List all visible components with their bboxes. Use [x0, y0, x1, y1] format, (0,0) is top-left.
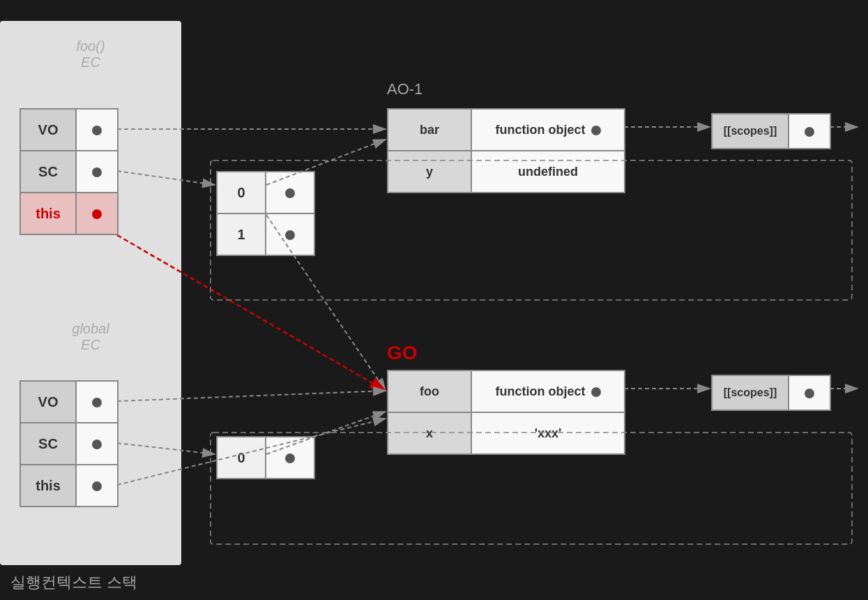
- go-label: GO: [387, 342, 418, 364]
- global-sc-dot: [76, 423, 118, 465]
- global-vo-dot: [76, 381, 118, 423]
- foo-sc-dot: [76, 151, 118, 193]
- diagram-container: foo() EC VO SC this global EC VO SC: [0, 0, 868, 600]
- foo-ec-title: foo() EC: [42, 38, 139, 70]
- ao1-y-val: undefined: [471, 151, 625, 193]
- foo-ec-title-line2: EC: [81, 54, 100, 70]
- sc-foo-idx-1-dot: [266, 213, 314, 255]
- go-x-key: x: [388, 412, 471, 454]
- scopes-ao1-dot: [789, 114, 830, 149]
- foo-this-label: this: [20, 193, 76, 234]
- scopes-go-dot: [789, 375, 830, 410]
- global-ec-title-line2: EC: [81, 337, 100, 352]
- global-ec-table: VO SC this: [20, 380, 119, 507]
- ao1-label: AO-1: [387, 80, 422, 98]
- ao1-bar-val: function object: [471, 109, 625, 151]
- go-foo-val: function object: [471, 370, 625, 412]
- global-this-dot: [76, 465, 118, 507]
- foo-ec-table: VO SC this: [20, 108, 119, 235]
- sc-foo-idx-1-label: 1: [217, 213, 266, 255]
- global-ec-title: global EC: [38, 321, 143, 353]
- foo-this-dot: [76, 193, 118, 234]
- ao1-bar-key: bar: [388, 109, 471, 151]
- ao1-table: bar function object y undefined: [387, 108, 625, 193]
- global-sc-label: SC: [20, 423, 76, 465]
- go-x-val: 'xxx': [471, 412, 625, 454]
- scopes-go-table: [[scopes]]: [711, 375, 831, 411]
- scopes-ao1-table: [[scopes]]: [711, 113, 831, 149]
- foo-vo-label: VO: [20, 109, 76, 151]
- scopes-ao1-label: [[scopes]]: [712, 114, 789, 149]
- ao1-y-key: y: [388, 151, 471, 193]
- bottom-label: 실행컨텍스트 스택: [10, 572, 137, 593]
- sc-global-idx-0-dot: [266, 437, 314, 479]
- foo-sc-label: SC: [20, 151, 76, 193]
- global-this-label: this: [20, 465, 76, 507]
- global-vo-label: VO: [20, 381, 76, 423]
- go-table: foo function object x 'xxx': [387, 370, 625, 455]
- sc-global-idx-table: 0: [216, 436, 315, 479]
- scopes-go-label: [[scopes]]: [712, 375, 789, 410]
- foo-vo-dot: [76, 109, 118, 151]
- sc-foo-idx-0-dot: [266, 172, 314, 213]
- sc-foo-idx-0-label: 0: [217, 172, 266, 213]
- global-ec-title-line1: global: [72, 321, 109, 336]
- sc-global-idx-0-label: 0: [217, 437, 266, 479]
- foo-ec-title-line1: foo(): [76, 38, 105, 54]
- go-foo-key: foo: [388, 370, 471, 412]
- sc-foo-idx-table: 0 1: [216, 171, 315, 256]
